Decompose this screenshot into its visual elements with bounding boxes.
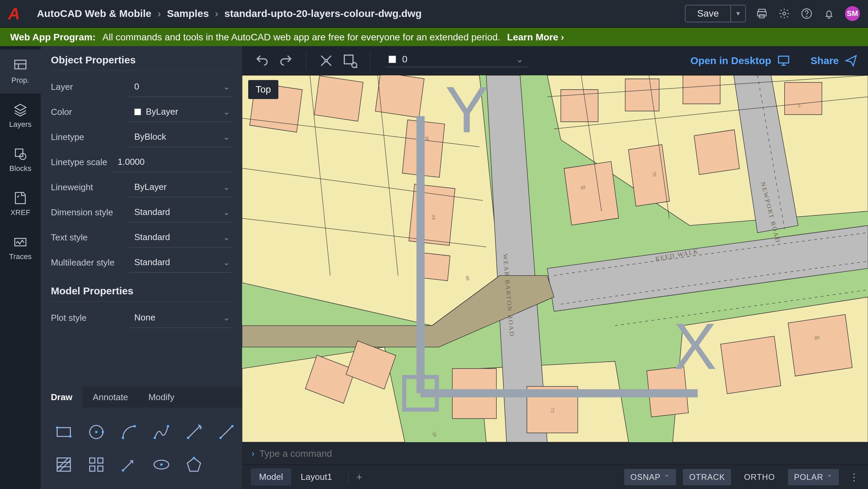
svg-point-16 (95, 431, 98, 433)
tool-polyline[interactable] (145, 416, 178, 448)
svg-point-23 (187, 437, 189, 439)
tool-line-2pt[interactable] (178, 416, 210, 448)
rail-traces[interactable]: Traces (0, 226, 41, 270)
rail-label: XREF (11, 208, 31, 217)
print-icon[interactable] (755, 7, 768, 20)
canvas-area: 0 ⌄ Open in Desktop Share (242, 46, 868, 489)
status-osnap[interactable]: OSNAP⌃ (624, 469, 676, 485)
tool-ellipse[interactable] (145, 448, 178, 481)
promo-banner: Web App Program: All commands and tools … (0, 28, 868, 46)
prop-input-ltscale[interactable] (113, 152, 233, 172)
svg-rect-9 (15, 149, 23, 156)
save-dropdown-caret[interactable]: ▼ (730, 5, 745, 22)
svg-line-22 (188, 426, 200, 438)
layer-color-swatch-icon (389, 56, 396, 63)
svg-rect-11 (15, 238, 26, 246)
redo-button[interactable] (276, 51, 296, 71)
avatar[interactable]: SM (845, 6, 860, 21)
rail-xref[interactable]: XREF (0, 182, 41, 226)
svg-point-19 (134, 425, 136, 427)
save-button[interactable]: Save (686, 5, 730, 22)
prop-label-lineweight: Lineweight (51, 182, 129, 193)
prop-field-dimstyle[interactable]: Standard⌄ (129, 202, 233, 222)
svg-point-42 (193, 457, 195, 459)
add-layout-button[interactable]: + (348, 471, 362, 483)
rail-properties[interactable]: Prop. (0, 50, 41, 94)
command-bar[interactable]: › (242, 442, 868, 465)
gear-icon[interactable] (778, 7, 791, 20)
draw-tools (41, 408, 242, 489)
drawing-viewport[interactable]: WEAR BARTON ROAD REED WALK NEWPORT ROAD … (242, 75, 868, 442)
prop-field-lineweight[interactable]: ByLayer⌄ (129, 177, 233, 197)
tool-circle[interactable] (80, 416, 113, 448)
tool-point[interactable] (113, 448, 145, 481)
svg-text:Y: Y (445, 75, 488, 146)
svg-point-18 (122, 437, 124, 439)
zoom-extents-button[interactable] (316, 51, 336, 71)
learn-more-link[interactable]: Learn More › (507, 32, 564, 43)
help-icon[interactable] (800, 7, 813, 20)
breadcrumb-file[interactable]: standard-upto-20-layers-colour-dwg.dwg (224, 8, 422, 19)
undo-button[interactable] (252, 51, 272, 71)
current-layer-selector[interactable]: 0 ⌄ (385, 54, 528, 67)
app-name[interactable]: AutoCAD Web & Mobile (37, 8, 152, 19)
open-in-desktop-link[interactable]: Open in Desktop (690, 54, 790, 67)
prop-field-color[interactable]: ByLayer⌄ (129, 102, 233, 122)
rail-label: Prop. (12, 76, 29, 85)
tool-array[interactable] (80, 448, 113, 481)
layout-tab-model[interactable]: Model (251, 468, 291, 486)
breadcrumb-folder[interactable]: Samples (167, 8, 209, 19)
left-rail: Prop. Layers Blocks XREF Traces (0, 46, 41, 489)
svg-point-3 (783, 12, 786, 15)
status-otrack[interactable]: OTRACK (683, 469, 731, 485)
status-polar[interactable]: POLAR⌃ (788, 469, 839, 485)
prop-field-mleader[interactable]: Standard⌄ (129, 252, 233, 273)
tool-arc[interactable] (113, 416, 145, 448)
svg-point-27 (231, 425, 234, 427)
tab-annotate[interactable]: Annotate (83, 387, 138, 408)
svg-line-38 (123, 463, 131, 471)
command-prompt-icon: › (252, 448, 255, 459)
svg-rect-6 (15, 60, 26, 69)
prop-field-layer[interactable]: 0⌄ (129, 77, 233, 97)
status-ortho[interactable]: ORTHO (738, 469, 781, 485)
svg-point-14 (69, 435, 72, 438)
rail-blocks[interactable]: Blocks (0, 138, 41, 182)
rail-layers[interactable]: Layers (0, 94, 41, 138)
more-options-icon[interactable]: ⋮ (849, 471, 859, 483)
monitor-icon (777, 54, 790, 67)
color-swatch-icon (134, 109, 141, 115)
tool-tabs: Draw Annotate Modify (41, 387, 242, 408)
chevron-down-icon: ⌄ (516, 54, 524, 65)
prop-label-linetype: Linetype (51, 132, 129, 142)
svg-point-41 (160, 464, 163, 466)
layout-tab-layout1[interactable]: Layout1 (293, 468, 340, 486)
svg-rect-37 (98, 466, 103, 471)
chevron-right-icon: › (157, 8, 161, 19)
title-bar: A AutoCAD Web & Mobile › Samples › stand… (0, 0, 868, 28)
tab-draw[interactable]: Draw (41, 387, 83, 408)
prop-field-textstyle[interactable]: Standard⌄ (129, 227, 233, 248)
svg-line-25 (221, 426, 233, 438)
command-input[interactable] (259, 448, 859, 459)
properties-panel: Object Properties Layer0⌄ ColorByLayer⌄ … (41, 46, 242, 489)
prop-field-linetype[interactable]: ByBlock⌄ (129, 127, 233, 147)
svg-rect-36 (90, 466, 95, 471)
svg-point-20 (154, 437, 156, 439)
save-split-button[interactable]: Save ▼ (685, 5, 746, 22)
prop-label-color: Color (51, 107, 129, 117)
tool-rectangle[interactable] (47, 416, 80, 448)
bell-icon[interactable] (823, 7, 835, 20)
tab-modify[interactable]: Modify (138, 387, 185, 408)
zoom-window-button[interactable] (340, 51, 360, 71)
ucs-axis-icon: Y X (242, 75, 868, 442)
prop-label-textstyle: Text style (51, 232, 129, 243)
prop-label-mleader: Multileader style (51, 257, 129, 268)
tool-hatch[interactable] (47, 448, 80, 481)
prop-field-plotstyle[interactable]: None⌄ (129, 308, 233, 328)
svg-line-46 (356, 67, 357, 68)
share-link[interactable]: Share (811, 54, 858, 67)
tool-polygon[interactable] (178, 448, 210, 481)
tool-line[interactable] (210, 416, 243, 448)
svg-rect-34 (90, 458, 95, 463)
